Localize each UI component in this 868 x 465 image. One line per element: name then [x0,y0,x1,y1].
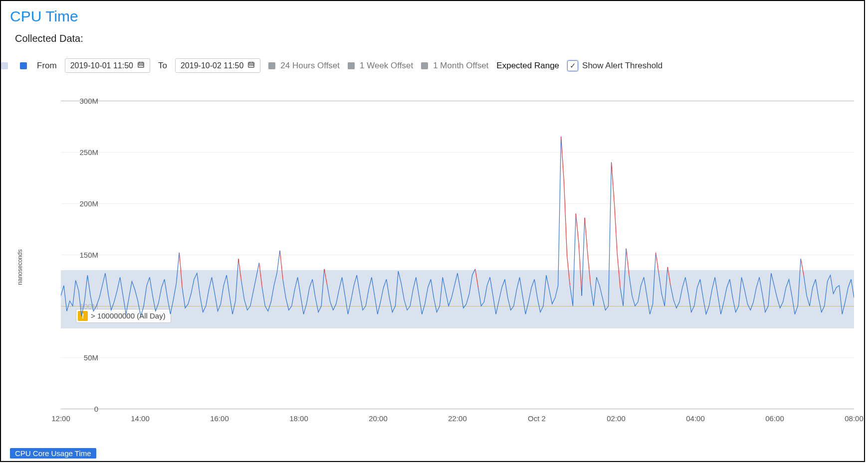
x-tick-label: Oct 2 [528,414,546,423]
x-tick-label: 22:00 [448,414,467,423]
svg-rect-12 [251,65,252,66]
svg-rect-4 [139,65,140,66]
offset-1w[interactable]: 1 Week Offset [348,61,413,71]
grey-swatch-icon [421,62,428,69]
x-tick-label: 14:00 [131,414,150,423]
x-tick-label: 18:00 [289,414,308,423]
offset-1m[interactable]: 1 Month Offset [421,61,488,71]
x-tick-label: 20:00 [369,414,388,423]
checkbox-icon: ✓ [567,60,578,71]
expected-range-legend[interactable]: Expected Range [496,61,559,71]
page-title: CPU Time [1,1,864,28]
from-date-value: 2019-10-01 11:50 [70,61,133,70]
calendar-icon [137,61,145,70]
x-tick-label: 06:00 [765,414,784,423]
from-label: From [37,61,57,71]
x-tick-label: 08:00 [845,414,864,423]
grey-swatch-icon [348,62,355,69]
band-swatch-icon [1,62,8,69]
x-tick-label: 04:00 [686,414,705,423]
from-swatch [20,62,27,69]
to-date-input[interactable]: 2019-10-02 11:50 [175,58,260,73]
series-badge[interactable]: CPU Core Usage Time [10,448,96,459]
svg-rect-5 [141,65,142,66]
chart-area: nanoseconds 050M100M150M200M250M300M!> 1… [21,101,854,434]
grey-swatch-icon [268,62,275,69]
collected-data-label: Collected Data: [1,28,864,58]
controls-bar: From 2019-10-01 11:50 To 2019-10-02 11:5… [1,58,864,78]
calendar-icon [247,61,255,70]
x-tick-label: 12:00 [51,414,70,423]
from-date-input[interactable]: 2019-10-01 11:50 [65,58,150,73]
gridline [61,409,854,409]
y-axis-label: nanoseconds [16,249,23,285]
x-tick-label: 02:00 [607,414,626,423]
x-tick-label: 16:00 [210,414,229,423]
svg-rect-11 [249,65,250,66]
svg-rect-13 [252,65,253,66]
plot-region[interactable]: 050M100M150M200M250M300M!> 100000000 (Al… [61,101,854,409]
to-date-value: 2019-10-02 11:50 [181,61,243,70]
show-alert-threshold-toggle[interactable]: ✓ Show Alert Threshold [567,60,662,71]
to-label: To [158,61,167,71]
svg-rect-6 [142,65,143,66]
offset-24h[interactable]: 24 Hours Offset [268,61,340,71]
